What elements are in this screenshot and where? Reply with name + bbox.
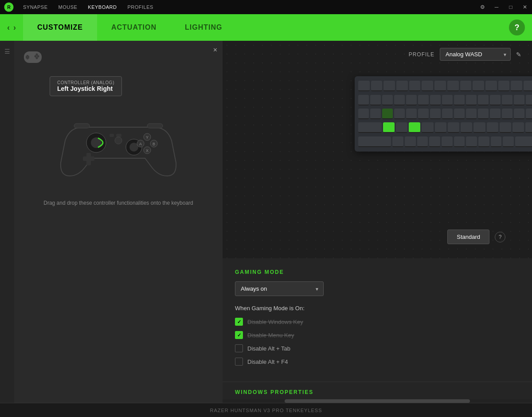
nav-profiles[interactable]: PROFILES: [127, 4, 153, 10]
standard-button[interactable]: Standard: [447, 230, 489, 244]
key-comma[interactable]: [478, 136, 489, 147]
key-y[interactable]: [430, 109, 441, 119]
key-del[interactable]: [526, 109, 532, 119]
key-period[interactable]: [491, 136, 502, 147]
key-minus[interactable]: [490, 95, 501, 105]
key-n[interactable]: [454, 136, 465, 147]
key-p[interactable]: [478, 109, 489, 119]
key-rshift[interactable]: [515, 136, 532, 147]
key-l[interactable]: [487, 122, 498, 133]
tab-actuation[interactable]: ACTUATION: [97, 14, 171, 41]
key-0[interactable]: [478, 95, 489, 105]
key-f12[interactable]: [511, 81, 522, 91]
nav-forward-arrow[interactable]: ›: [13, 23, 16, 32]
standard-help-icon[interactable]: ?: [495, 232, 505, 242]
key-lbracket[interactable]: [490, 109, 501, 119]
nav-back-arrow[interactable]: ‹: [7, 23, 10, 32]
tab-customize[interactable]: CUSTOMIZE: [23, 14, 97, 41]
key-f[interactable]: [422, 122, 433, 133]
minimize-button[interactable]: ─: [493, 4, 500, 10]
key-j[interactable]: [461, 122, 472, 133]
key-ins[interactable]: [526, 95, 532, 105]
scroll-thumb[interactable]: [285, 399, 470, 403]
key-e[interactable]: [394, 109, 405, 119]
help-button[interactable]: ?: [509, 19, 525, 35]
key-t[interactable]: [418, 109, 429, 119]
tab-lighting[interactable]: LIGHTING: [171, 14, 236, 41]
key-2[interactable]: [382, 95, 393, 105]
nav-synapse[interactable]: SYNAPSE: [23, 4, 47, 10]
panel-close-button[interactable]: ×: [213, 46, 217, 54]
key-6[interactable]: [430, 95, 441, 105]
when-gaming-label: When Gaming Mode is On:: [235, 305, 520, 312]
checkbox-alt-f4-box[interactable]: [235, 358, 243, 366]
key-h[interactable]: [448, 122, 459, 133]
key-backspace[interactable]: [514, 95, 524, 105]
hamburger-icon[interactable]: ☰: [4, 48, 10, 55]
key-w[interactable]: [382, 109, 393, 119]
key-f5[interactable]: [422, 81, 433, 91]
key-b[interactable]: [442, 136, 453, 147]
key-equals[interactable]: [502, 95, 512, 105]
key-4[interactable]: [406, 95, 417, 105]
key-k[interactable]: [473, 122, 485, 133]
profile-select[interactable]: Analog WASD: [440, 48, 511, 61]
key-backslash[interactable]: [514, 109, 524, 119]
key-1[interactable]: [370, 95, 381, 105]
key-c[interactable]: [417, 136, 428, 147]
profile-edit-icon[interactable]: ✎: [516, 51, 521, 58]
key-x[interactable]: [405, 136, 416, 147]
key-q[interactable]: [370, 109, 381, 119]
scroll-area[interactable]: [223, 399, 532, 403]
key-g[interactable]: [435, 122, 446, 133]
key-3[interactable]: [394, 95, 405, 105]
key-s[interactable]: [396, 122, 407, 133]
nav-mouse[interactable]: MOUSE: [58, 4, 77, 10]
key-slash[interactable]: [503, 136, 514, 147]
checkbox-menu-key-box[interactable]: [235, 331, 243, 339]
key-5[interactable]: [418, 95, 429, 105]
key-d[interactable]: [409, 122, 420, 133]
key-enter[interactable]: [525, 122, 532, 133]
key-tab[interactable]: [358, 109, 369, 119]
key-8[interactable]: [454, 95, 465, 105]
key-f2[interactable]: [383, 81, 395, 91]
key-rbracket[interactable]: [502, 109, 512, 119]
key-i[interactable]: [454, 109, 465, 119]
key-esc[interactable]: [358, 81, 370, 91]
settings-icon[interactable]: ⚙: [479, 4, 486, 10]
key-f10[interactable]: [485, 81, 497, 91]
key-u[interactable]: [442, 109, 453, 119]
key-f7[interactable]: [447, 81, 459, 91]
key-m[interactable]: [466, 136, 477, 147]
key-f9[interactable]: [473, 81, 484, 91]
key-r[interactable]: [406, 109, 417, 119]
key-lshift[interactable]: [358, 136, 391, 147]
key-9[interactable]: [466, 95, 477, 105]
key-o[interactable]: [466, 109, 477, 119]
close-button[interactable]: ✕: [521, 4, 528, 10]
key-v[interactable]: [429, 136, 440, 147]
key-quote[interactable]: [512, 122, 524, 133]
key-semicolon[interactable]: [500, 122, 511, 133]
key-z[interactable]: [392, 136, 403, 147]
key-7[interactable]: [442, 95, 453, 105]
keyboard-inner: [355, 76, 532, 152]
keyboard-container: [355, 76, 532, 152]
key-f11[interactable]: [498, 81, 510, 91]
key-a[interactable]: [383, 122, 395, 133]
checkbox-windows-key-box[interactable]: [235, 318, 243, 326]
maximize-button[interactable]: □: [507, 4, 514, 10]
checkbox-alt-tab-box[interactable]: [235, 344, 243, 352]
key-f1[interactable]: [371, 81, 383, 91]
key-f3[interactable]: [396, 81, 408, 91]
key-f4[interactable]: [409, 81, 421, 91]
key-capslock[interactable]: [358, 122, 382, 133]
nav-keyboard[interactable]: KEYBOARD: [88, 4, 117, 10]
nav-bar: ‹ › CUSTOMIZE ACTUATION LIGHTING ?: [0, 14, 532, 41]
key-backtick[interactable]: [358, 95, 369, 105]
gaming-mode-select[interactable]: Always on: [235, 281, 324, 296]
key-f8[interactable]: [460, 81, 472, 91]
key-f6[interactable]: [434, 81, 446, 91]
key-prtsc[interactable]: [524, 81, 532, 91]
